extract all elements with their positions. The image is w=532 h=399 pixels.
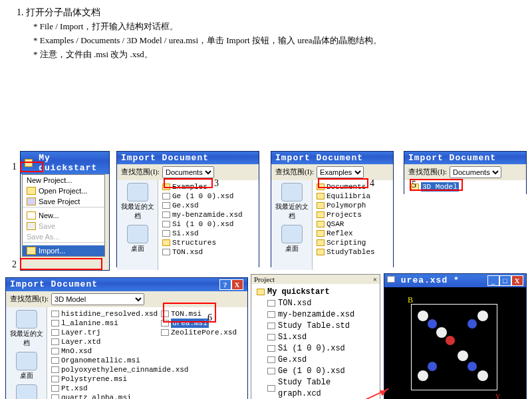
project-panel: Project× My quickstart TON.xsd my-benzam… (251, 274, 380, 399)
file-icon (51, 394, 59, 399)
import-dialog: Import Document 查找范围(I): Examples 我最近的文档… (271, 151, 394, 267)
lookin-select[interactable]: Documents (162, 166, 214, 178)
tree-item[interactable]: Study Table graph.xcd (257, 377, 374, 399)
step-number: 2 (12, 259, 17, 270)
menu-save-as[interactable]: Save As... (23, 231, 104, 242)
place-mydocs[interactable]: 我的文档 (7, 384, 45, 399)
lookin-select[interactable]: Examples (317, 166, 364, 178)
list-item[interactable]: Polymorph (317, 201, 389, 210)
list-item[interactable]: Ge (1 0 0).xsd (162, 192, 255, 201)
viewport[interactable]: Y X O B (384, 287, 526, 399)
file-icon (162, 249, 170, 255)
list-item[interactable]: Scripting (317, 238, 389, 247)
list-item[interactable]: Layer.xtd (51, 337, 153, 346)
file-list[interactable]: Documents Equilibria Polymorph Projects … (313, 180, 393, 270)
list-item[interactable]: QSAR (317, 219, 389, 229)
list-item[interactable]: Layer.trj (51, 328, 153, 337)
atom (467, 362, 477, 371)
folder-icon (317, 202, 325, 209)
menu-save-project[interactable]: Save Project (23, 196, 104, 207)
list-item[interactable]: Structures (162, 238, 255, 247)
list-item[interactable]: Equilibria (317, 192, 389, 201)
highlight-file (20, 162, 43, 172)
place-recent[interactable]: 我最近的文档 (118, 183, 156, 221)
list-item[interactable]: Pt.xsd (51, 384, 153, 393)
menu-new[interactable]: New... (23, 210, 104, 221)
list-item[interactable]: TON.xsd (162, 247, 255, 257)
list-item[interactable]: polyoxyethylene_cinnamide.xsd (51, 365, 153, 374)
file-icon (162, 221, 170, 227)
list-item[interactable]: Organometallic.msi (51, 356, 153, 365)
place-desktop[interactable]: 桌面 (7, 352, 45, 380)
step-number: 3 (214, 178, 219, 189)
minimize-button[interactable]: _ (487, 275, 499, 286)
lookin-select[interactable]: Documents (450, 166, 501, 178)
axis-indicator: Y X O (495, 386, 522, 399)
recent-icon (127, 183, 148, 201)
import-dialog: Import Document 查找范围(I): Documents 我最近的文… (116, 151, 259, 267)
viewer-3d[interactable]: urea.xsd * _□X Y X O B (384, 273, 527, 399)
list-item[interactable]: MnO.xsd (51, 346, 153, 356)
file-icon (162, 230, 170, 237)
desktop-icon (127, 225, 148, 243)
list-item[interactable]: quartz_alpha.msi (51, 393, 153, 399)
dialog-title: Import Document (117, 152, 259, 164)
close-button[interactable]: X (511, 275, 523, 286)
file-icon (267, 311, 275, 318)
tree-item[interactable]: my-benzamide.xsd (257, 309, 374, 321)
atom (428, 319, 437, 329)
close-button[interactable]: X (231, 279, 243, 290)
file-list-col1[interactable]: histidine_resolved.xsd l_alanine.msi Lay… (47, 307, 157, 399)
list-item[interactable]: histidine_resolved.xsd (51, 309, 153, 319)
places-bar: 我最近的文档 桌面 (117, 180, 158, 270)
list-item[interactable]: Polystyrene.msi (51, 374, 153, 384)
close-icon[interactable]: × (373, 275, 377, 283)
lookin-select[interactable]: 3D Model (51, 293, 144, 305)
atom (467, 319, 477, 329)
list-item[interactable]: Si.xsd (162, 229, 255, 238)
place-recent[interactable]: 我最近的文档 (7, 310, 45, 348)
list-item[interactable]: Projects (317, 210, 389, 219)
tree-item[interactable]: Si.xsd (257, 332, 374, 343)
doc-icon (27, 211, 36, 219)
place-recent[interactable]: 我最近的文档 (273, 183, 311, 221)
file-icon (387, 276, 395, 283)
tree-item[interactable]: Si (1 0 0).xsd (257, 343, 374, 354)
tree-item[interactable]: Study Table.std (257, 321, 374, 332)
file-icon (51, 376, 59, 382)
place-desktop[interactable]: 桌面 (273, 225, 311, 253)
list-item[interactable]: my-benzamide.xsd (162, 210, 255, 219)
tree-root[interactable]: My quickstart (257, 287, 374, 298)
dialog-title: Import Document ?X (6, 278, 247, 291)
viewer-title: urea.xsd * _□X (384, 274, 526, 287)
file-icon (267, 323, 275, 329)
help-button[interactable]: ? (219, 279, 231, 290)
list-item[interactable]: Reflex (317, 229, 389, 238)
list-item[interactable]: Si (1 0 0).xsd (162, 219, 255, 229)
menu-import[interactable]: Import... (23, 245, 104, 256)
place-desktop[interactable]: 桌面 (118, 225, 156, 253)
list-item[interactable]: Ge.xsd (162, 201, 255, 210)
dialog-title: Import Document (404, 152, 526, 164)
list-item[interactable]: l_alanine.msi (51, 319, 153, 328)
panel-title: Project× (251, 275, 380, 284)
list-item[interactable]: ZeolitePore.xsd (161, 328, 243, 337)
list-item[interactable]: StudyTables (317, 247, 389, 257)
maximize-button[interactable]: □ (499, 275, 511, 286)
highlight-3dmodel (410, 179, 463, 191)
file-list[interactable]: Examples Ge (1 0 0).xsd Ge.xsd my-benzam… (158, 180, 259, 270)
menu-save[interactable]: Save (23, 221, 104, 231)
folder-icon (27, 247, 36, 255)
project-tree[interactable]: My quickstart TON.xsd my-benzamide.xsd S… (251, 284, 380, 399)
atom (477, 311, 488, 321)
menu-open-project[interactable]: Open Project... (23, 186, 104, 196)
atom (436, 327, 447, 338)
desktop-icon (281, 225, 303, 243)
step-number: 1 (12, 162, 17, 172)
tree-item[interactable]: Ge (1 0 0).xsd (257, 366, 374, 377)
file-icon (267, 385, 275, 392)
menu-new-project[interactable]: New Project... (23, 175, 104, 186)
tree-item[interactable]: TON.xsd (257, 298, 374, 309)
axis-y-label: Y (495, 393, 500, 399)
tree-item[interactable]: Ge.xsd (257, 354, 374, 366)
